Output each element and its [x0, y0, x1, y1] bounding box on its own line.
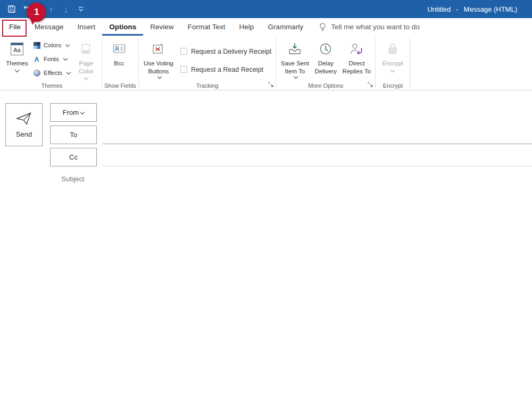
- fonts-button[interactable]: A Fonts: [30, 52, 73, 66]
- save-sent-item-to-button[interactable]: Save Sent Item To: [278, 37, 311, 82]
- tab-review[interactable]: Review: [143, 18, 180, 36]
- group-label-tracking: Tracking: [141, 82, 273, 90]
- bcc-button[interactable]: Bcc: [104, 37, 134, 82]
- window-title: Untitled - Message (HTML): [427, 0, 517, 18]
- lightbulb-icon: [319, 22, 327, 32]
- group-show-fields: Bcc Show Fields: [102, 36, 138, 90]
- chevron-down-icon: [157, 74, 162, 79]
- ribbon-options: Aa Themes Colors A Fonts: [0, 36, 532, 90]
- person-reply-icon: [350, 40, 363, 58]
- request-read-receipt-checkbox-row[interactable]: Request a Read Receipt: [180, 62, 271, 77]
- colors-button[interactable]: Colors: [30, 38, 73, 52]
- save-sent-item-to-label: Save Sent Item To: [280, 60, 310, 75]
- title-bar: ↑ ↓ Untitled - Message (HTML): [0, 0, 532, 18]
- lock-icon: [387, 40, 398, 58]
- group-label-encrypt: Encrypt: [378, 82, 408, 90]
- tell-me-search[interactable]: Tell me what you want to do: [319, 18, 420, 36]
- tell-me-label: Tell me what you want to do: [331, 23, 420, 31]
- effects-icon: [32, 70, 41, 77]
- encrypt-button-label: Encrypt: [383, 60, 403, 68]
- subject-label: Subject: [50, 175, 96, 183]
- chevron-down-icon: [65, 43, 70, 47]
- tracking-dialog-launcher[interactable]: [268, 81, 274, 88]
- group-themes: Aa Themes Colors A Fonts: [2, 36, 102, 90]
- customize-quick-access-icon[interactable]: [73, 0, 88, 18]
- page-color-button-label: Page Color: [74, 60, 98, 75]
- chevron-down-icon: [15, 68, 19, 72]
- direct-replies-to-button[interactable]: Direct Replies To: [340, 37, 373, 82]
- delivery-receipt-label: Request a Delivery Receipt: [191, 48, 271, 55]
- to-button-label: To: [70, 131, 77, 139]
- read-receipt-label: Request a Read Receipt: [191, 66, 263, 73]
- send-button[interactable]: Send: [5, 103, 43, 146]
- read-receipt-checkbox[interactable]: [180, 66, 187, 73]
- move-down-icon[interactable]: ↓: [59, 0, 73, 18]
- delivery-receipt-checkbox[interactable]: [180, 48, 187, 55]
- group-tracking: Use Voting Buttons Request a Delivery Re…: [139, 36, 276, 90]
- chevron-bar-icon: [78, 6, 84, 12]
- more-options-dialog-launcher[interactable]: [367, 81, 373, 88]
- direct-replies-to-label: Direct Replies To: [342, 60, 371, 75]
- delay-delivery-label: Delay Delivery: [313, 60, 338, 75]
- group-tracking-content: Use Voting Buttons Request a Delivery Re…: [141, 37, 273, 82]
- cc-button-label: Cc: [69, 153, 78, 161]
- chevron-down-icon: [66, 70, 71, 74]
- voting-ballot-icon: [152, 40, 165, 58]
- chevron-down-icon: [63, 56, 68, 61]
- cc-button[interactable]: Cc: [50, 148, 97, 166]
- fonts-button-label: Fonts: [44, 56, 59, 62]
- chevron-down-icon: [80, 110, 85, 114]
- message-compose-area: Send From To Cc Subject: [0, 91, 532, 394]
- tab-grammarly[interactable]: Grammarly: [261, 18, 310, 36]
- group-more-options-content: Save Sent Item To Delay Delivery Direct …: [278, 37, 373, 82]
- tab-format-text[interactable]: Format Text: [181, 18, 232, 36]
- ribbon-tab-bar: File Message Insert Options Review Forma…: [0, 18, 532, 36]
- annotation-step-badge: 1: [27, 3, 46, 22]
- themes-button-label: Themes: [6, 60, 28, 68]
- themes-button[interactable]: Aa Themes: [4, 37, 30, 82]
- chevron-down-icon: [390, 68, 395, 72]
- tab-options[interactable]: Options: [102, 18, 143, 36]
- cc-field-underline[interactable]: [103, 166, 532, 166]
- outlook-message-window: ↑ ↓ Untitled - Message (HTML) 1 File Mes…: [0, 0, 532, 394]
- to-button[interactable]: To: [50, 125, 97, 144]
- save-icon[interactable]: [4, 0, 19, 18]
- group-more-options: Save Sent Item To Delay Delivery Direct …: [276, 36, 375, 90]
- group-divider: [410, 38, 410, 88]
- from-button[interactable]: From: [50, 103, 97, 122]
- save-sent-tray-icon: [288, 40, 302, 58]
- document-title: Untitled: [427, 5, 451, 13]
- fonts-icon: A: [32, 56, 41, 63]
- group-label-show-fields: Show Fields: [104, 82, 136, 90]
- effects-button[interactable]: Effects: [30, 66, 73, 80]
- clock-icon: [319, 40, 332, 58]
- group-show-fields-content: Bcc: [104, 37, 136, 82]
- colors-icon: [32, 42, 41, 49]
- encrypt-button[interactable]: Encrypt: [378, 37, 408, 82]
- use-voting-buttons-button[interactable]: Use Voting Buttons: [141, 37, 176, 82]
- themes-small-buttons: Colors A Fonts Effects: [30, 37, 73, 80]
- group-encrypt: Encrypt Encrypt: [376, 36, 410, 90]
- use-voting-buttons-label: Use Voting Buttons: [143, 60, 174, 75]
- page-color-button[interactable]: Page Color: [73, 37, 99, 82]
- chevron-down-icon: [294, 74, 298, 79]
- tab-insert[interactable]: Insert: [71, 18, 103, 36]
- save-icon-glyph: [7, 5, 16, 13]
- document-type: Message (HTML): [464, 5, 517, 13]
- bcc-icon: [113, 40, 126, 58]
- tab-help[interactable]: Help: [232, 18, 261, 36]
- to-field-underline[interactable]: [103, 144, 532, 144]
- tab-file[interactable]: File: [2, 18, 28, 36]
- group-label-more-options: More Options: [278, 82, 373, 90]
- request-delivery-receipt-checkbox-row[interactable]: Request a Delivery Receipt: [180, 44, 271, 58]
- colors-button-label: Colors: [44, 42, 61, 48]
- send-paper-plane-icon: [16, 112, 32, 125]
- bcc-button-label: Bcc: [114, 60, 124, 68]
- send-button-label: Send: [16, 130, 32, 138]
- delay-delivery-button[interactable]: Delay Delivery: [311, 37, 340, 82]
- chevron-down-icon: [84, 76, 88, 80]
- group-label-themes: Themes: [4, 82, 99, 90]
- title-separator: -: [456, 5, 458, 13]
- from-button-label: From: [63, 108, 79, 116]
- themes-icon: Aa: [11, 40, 23, 58]
